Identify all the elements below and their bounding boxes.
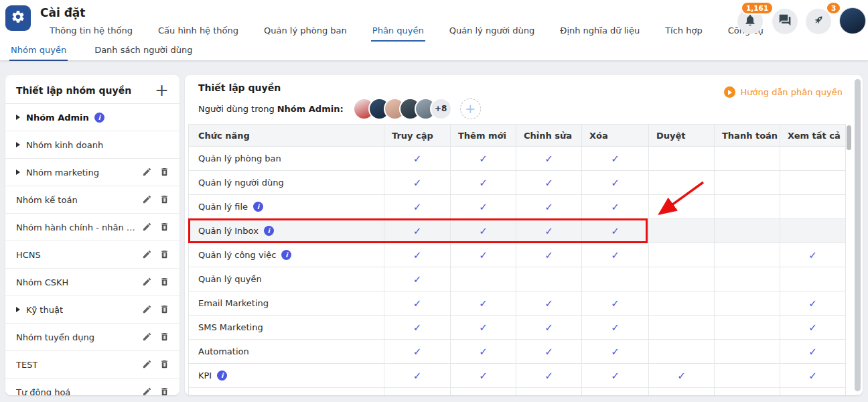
permission-cell[interactable]: ✓ [780,243,846,267]
permission-cell[interactable]: ✓ [516,171,582,195]
permission-cell[interactable] [715,243,780,267]
subtab-Danh sách người dùng[interactable]: Danh sách người dùng [93,42,194,61]
sidebar-group-item[interactable]: Nhóm kế toán [5,186,179,213]
expand-caret-icon[interactable] [16,170,20,175]
sidebar-group-item[interactable]: Tự động hoá [5,378,179,395]
expand-caret-icon[interactable] [16,142,20,147]
permission-cell[interactable]: ✓ [780,364,846,388]
permission-cell[interactable]: ✓ [582,340,649,364]
permission-cell[interactable] [649,147,715,171]
sidebar-group-item[interactable]: Nhóm kinh doanh [5,131,179,158]
permission-cell[interactable] [516,267,582,291]
permission-cell[interactable] [649,316,715,340]
permission-cell[interactable]: ✓ [516,147,582,171]
delete-group-icon[interactable] [159,249,170,260]
permission-cell[interactable] [780,267,846,291]
permission-cell[interactable]: ✓ [780,316,846,340]
permission-cell[interactable]: ✓ [780,340,846,364]
sidebar-group-item[interactable]: Nhóm Admini [5,103,179,131]
permission-cell[interactable]: ✓ [582,171,649,195]
delete-group-icon[interactable] [159,167,170,178]
permission-cell[interactable] [649,171,715,195]
delete-group-icon[interactable] [159,387,170,395]
info-icon[interactable]: i [217,371,227,381]
permission-cell[interactable]: ✓ [451,171,516,195]
permission-cell[interactable] [715,267,780,291]
permission-cell[interactable] [780,171,846,195]
permission-cell[interactable]: ✓ [451,243,516,267]
sidebar-group-item[interactable]: Nhóm tuyển dụng [5,323,179,350]
info-icon[interactable]: i [264,226,274,236]
permission-cell[interactable]: ✓ [516,364,582,388]
edit-group-icon[interactable] [142,222,153,232]
permission-cell[interactable]: ✓ [384,340,451,364]
tab-Thông tin hệ thống[interactable]: Thông tin hệ thống [48,24,134,42]
info-icon[interactable]: i [253,202,263,212]
tab-Cấu hình hệ thống[interactable]: Cấu hình hệ thống [157,24,240,42]
permission-cell[interactable]: ✓ [516,291,582,316]
sidebar-group-item[interactable]: Nhóm hành chính - nhân sự [5,213,179,241]
permission-cell[interactable]: ✓ [384,219,451,243]
permission-cell[interactable]: ✓ [384,364,451,388]
permission-cell[interactable]: ✓ [582,219,649,243]
edit-group-icon[interactable] [142,277,153,287]
tab-Quản lý người dùng[interactable]: Quản lý người dùng [448,24,536,42]
permission-cell[interactable]: ✓ [582,316,649,340]
expand-caret-icon[interactable] [16,115,20,120]
edit-group-icon[interactable] [142,332,153,342]
permission-cell[interactable] [649,291,715,316]
expand-caret-icon[interactable] [16,307,20,312]
subtab-Nhóm quyền[interactable]: Nhóm quyền [9,42,68,61]
edit-group-icon[interactable] [142,359,153,370]
permission-cell[interactable] [715,316,780,340]
permission-guide-link[interactable]: Hướng dẫn phân quyền [724,86,843,98]
permission-cell[interactable]: ✓ [780,291,846,316]
permission-cell[interactable]: ✓ [516,243,582,267]
sidebar-group-item[interactable]: TEST [5,350,179,378]
permission-cell[interactable]: ✓ [451,340,516,364]
permission-cell[interactable]: ✓ [451,219,516,243]
permission-cell[interactable] [715,195,780,219]
permission-cell[interactable]: ✓ [384,316,451,340]
info-icon[interactable]: i [281,250,291,260]
permission-cell[interactable]: ✓ [451,195,516,219]
settings-app-tile[interactable] [5,5,31,31]
table-scrollbar-thumb[interactable] [847,125,851,150]
delete-group-icon[interactable] [159,304,170,315]
permission-cell[interactable]: ✓ [384,291,451,316]
user-avatar[interactable] [839,7,866,34]
permission-cell[interactable] [582,267,649,291]
edit-group-icon[interactable] [142,249,153,260]
permission-cell[interactable]: ✓ [516,195,582,219]
permission-cell[interactable] [715,340,780,364]
tab-Quản lý phòng ban[interactable]: Quản lý phòng ban [263,24,348,42]
permission-cell[interactable] [780,195,846,219]
permission-cell[interactable]: ✓ [582,195,649,219]
permission-cell[interactable] [715,171,780,195]
permission-cell[interactable] [715,147,780,171]
chat-button[interactable] [772,9,798,34]
permission-cell[interactable]: ✓ [582,364,649,388]
permission-cell[interactable] [715,364,780,388]
permission-cell[interactable]: ✓ [451,147,516,171]
permission-cell[interactable]: ✓ [516,219,582,243]
permission-cell[interactable]: ✓ [384,195,451,219]
edit-group-icon[interactable] [142,194,153,205]
permission-cell[interactable]: ✓ [582,147,649,171]
permission-cell[interactable] [780,147,846,171]
sidebar-group-item[interactable]: HCNS [5,241,179,268]
tab-Tích hợp[interactable]: Tích hợp [664,24,704,42]
permission-cell[interactable] [649,219,715,243]
permission-cell[interactable] [649,195,715,219]
permission-cell[interactable] [715,291,780,316]
avatar-overflow-badge[interactable]: +8 [430,98,452,120]
permission-cell[interactable]: ✓ [384,147,451,171]
delete-group-icon[interactable] [159,194,170,205]
permission-cell[interactable]: ✓ [451,364,516,388]
permission-cell[interactable]: ✓ [451,291,516,316]
panel-scrollbar[interactable] [855,79,861,391]
permission-cell[interactable] [649,340,715,364]
sidebar-group-item[interactable]: Nhóm CSKH [5,268,179,295]
permission-cell[interactable] [780,219,846,243]
permission-cell[interactable]: ✓ [582,243,649,267]
